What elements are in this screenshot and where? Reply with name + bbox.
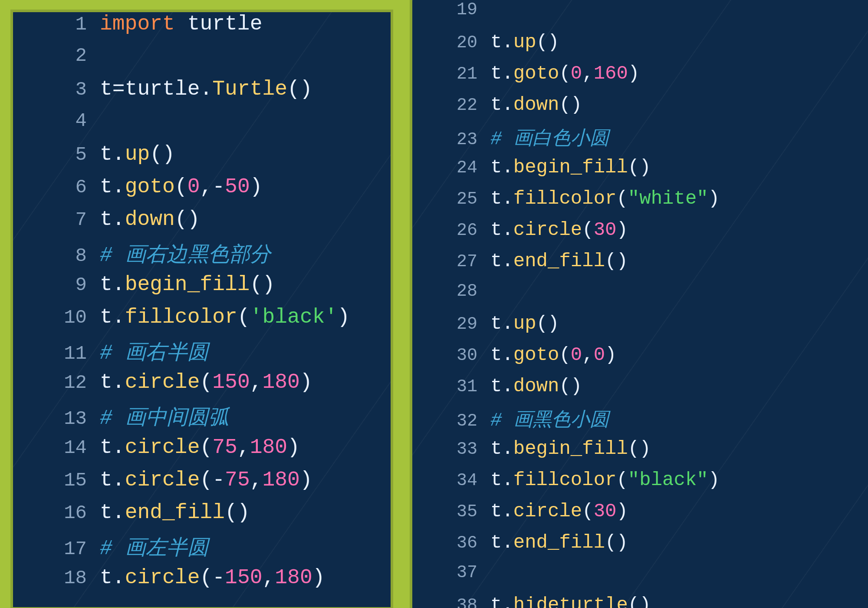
code-line[interactable]: 2	[13, 45, 391, 77]
code-lines-left: 1import turtle23t=turtle.Turtle()45t.up(…	[13, 12, 391, 598]
line-number: 28	[412, 281, 490, 301]
code-text[interactable]: t.goto(0,-50)	[100, 175, 391, 198]
code-line[interactable]: 19	[412, 0, 868, 31]
code-text[interactable]: t.goto(0,0)	[490, 344, 868, 366]
code-line[interactable]: 6t.goto(0,-50)	[13, 175, 391, 208]
code-text[interactable]: t.circle(-150,180)	[100, 566, 391, 589]
line-number: 4	[13, 110, 100, 132]
line-number: 19	[412, 0, 490, 20]
code-line[interactable]: 25t.fillcolor("white")	[412, 188, 868, 219]
line-number: 34	[412, 471, 490, 490]
code-text[interactable]: t.down()	[490, 375, 868, 397]
code-line[interactable]: 3t=turtle.Turtle()	[13, 77, 391, 110]
code-line[interactable]: 30t.goto(0,0)	[412, 344, 868, 375]
code-line[interactable]: 24t.begin_fill()	[412, 156, 868, 188]
code-line[interactable]: 18t.circle(-150,180)	[13, 566, 391, 598]
code-line[interactable]: 16t.end_fill()	[13, 501, 391, 533]
code-text[interactable]: t.circle(30)	[490, 219, 868, 241]
code-text[interactable]: t.circle(30)	[490, 500, 868, 522]
code-text[interactable]: t.circle(75,180)	[100, 436, 391, 459]
code-line[interactable]: 20t.up()	[412, 31, 868, 63]
line-number: 11	[13, 343, 100, 364]
code-line[interactable]: 12t.circle(150,180)	[13, 370, 391, 403]
line-number: 20	[412, 33, 490, 53]
code-text[interactable]: t.up()	[490, 31, 868, 53]
code-text[interactable]: t.circle(150,180)	[100, 370, 391, 394]
code-text[interactable]: t.up()	[100, 142, 391, 166]
code-text[interactable]: # 画中间圆弧	[100, 403, 391, 431]
code-text[interactable]: t.fillcolor('black')	[100, 305, 391, 329]
code-lines-right: 1920t.up()21t.goto(0,160)22t.down()23# 画…	[412, 0, 868, 608]
code-text[interactable]: t.end_fill()	[490, 250, 868, 272]
code-line[interactable]: 23# 画白色小圆	[412, 125, 868, 156]
code-line[interactable]: 10t.fillcolor('black')	[13, 305, 391, 338]
line-number: 35	[412, 502, 490, 522]
code-line[interactable]: 8# 画右边黑色部分	[13, 240, 391, 273]
line-number: 17	[13, 538, 100, 560]
code-text[interactable]: t.down()	[100, 208, 391, 231]
code-line[interactable]: 9t.begin_fill()	[13, 273, 391, 305]
line-number: 18	[13, 567, 100, 589]
code-text[interactable]: # 画右边黑色部分	[100, 240, 391, 268]
line-number: 21	[412, 64, 490, 84]
code-text[interactable]: t.begin_fill()	[490, 156, 868, 178]
line-number: 27	[412, 252, 490, 271]
code-text[interactable]: t.fillcolor("black")	[490, 469, 868, 491]
code-text[interactable]: t.end_fill()	[490, 532, 868, 553]
code-line[interactable]: 32# 画黑色小圆	[412, 406, 868, 438]
code-text[interactable]: t.hideturtle()	[490, 594, 868, 608]
code-line[interactable]: 27t.end_fill()	[412, 250, 868, 281]
code-text[interactable]: t.end_fill()	[100, 501, 391, 524]
code-line[interactable]: 21t.goto(0,160)	[412, 63, 868, 94]
code-line[interactable]: 13# 画中间圆弧	[13, 403, 391, 436]
line-number: 38	[412, 596, 490, 608]
code-line[interactable]: 1import turtle	[13, 12, 391, 45]
code-text[interactable]: t.down()	[490, 94, 868, 116]
code-line[interactable]: 28	[412, 281, 868, 313]
code-text[interactable]: t.circle(-75,180)	[100, 468, 391, 492]
code-line[interactable]: 15t.circle(-75,180)	[13, 468, 391, 501]
code-line[interactable]: 35t.circle(30)	[412, 500, 868, 532]
code-line[interactable]: 7t.down()	[13, 208, 391, 240]
line-number: 10	[13, 307, 100, 328]
line-number: 24	[412, 158, 490, 178]
code-text[interactable]: import turtle	[100, 12, 391, 36]
code-line[interactable]: 38t.hideturtle()	[412, 594, 868, 608]
code-line[interactable]: 14t.circle(75,180)	[13, 436, 391, 468]
code-line[interactable]: 5t.up()	[13, 142, 391, 175]
line-number: 2	[13, 45, 100, 66]
code-text[interactable]: t.begin_fill()	[100, 273, 391, 296]
line-number: 25	[412, 189, 490, 209]
line-number: 16	[13, 502, 100, 524]
line-number: 31	[412, 377, 490, 397]
code-text[interactable]: t=turtle.Turtle()	[100, 77, 391, 101]
code-line[interactable]: 22t.down()	[412, 94, 868, 125]
line-number: 7	[13, 209, 100, 231]
code-line[interactable]: 11# 画右半圆	[13, 338, 391, 370]
code-line[interactable]: 26t.circle(30)	[412, 219, 868, 250]
line-number: 37	[412, 563, 490, 582]
code-text[interactable]: # 画右半圆	[100, 338, 391, 366]
code-line[interactable]: 17# 画左半圆	[13, 533, 391, 566]
code-text[interactable]: # 画黑色小圆	[490, 406, 868, 432]
line-number: 22	[412, 96, 490, 115]
line-number: 1	[13, 13, 100, 35]
code-panel-right[interactable]: 1920t.up()21t.goto(0,160)22t.down()23# 画…	[412, 0, 868, 608]
line-number: 12	[13, 372, 100, 393]
code-text[interactable]: t.fillcolor("white")	[490, 188, 868, 209]
code-line[interactable]: 37	[412, 563, 868, 594]
code-line[interactable]: 34t.fillcolor("black")	[412, 469, 868, 500]
code-line[interactable]: 33t.begin_fill()	[412, 438, 868, 469]
code-line[interactable]: 31t.down()	[412, 375, 868, 406]
code-line[interactable]: 4	[13, 110, 391, 142]
code-line[interactable]: 36t.end_fill()	[412, 532, 868, 563]
code-text[interactable]: t.goto(0,160)	[490, 63, 868, 84]
code-text[interactable]: # 画白色小圆	[490, 125, 868, 151]
code-line[interactable]: 29t.up()	[412, 313, 868, 344]
line-number: 5	[13, 144, 100, 165]
code-text[interactable]: t.begin_fill()	[490, 438, 868, 459]
code-panel-left[interactable]: 1import turtle23t=turtle.Turtle()45t.up(…	[13, 12, 391, 607]
code-text[interactable]: t.up()	[490, 313, 868, 334]
code-text[interactable]: # 画左半圆	[100, 533, 391, 561]
line-number: 3	[13, 79, 100, 100]
